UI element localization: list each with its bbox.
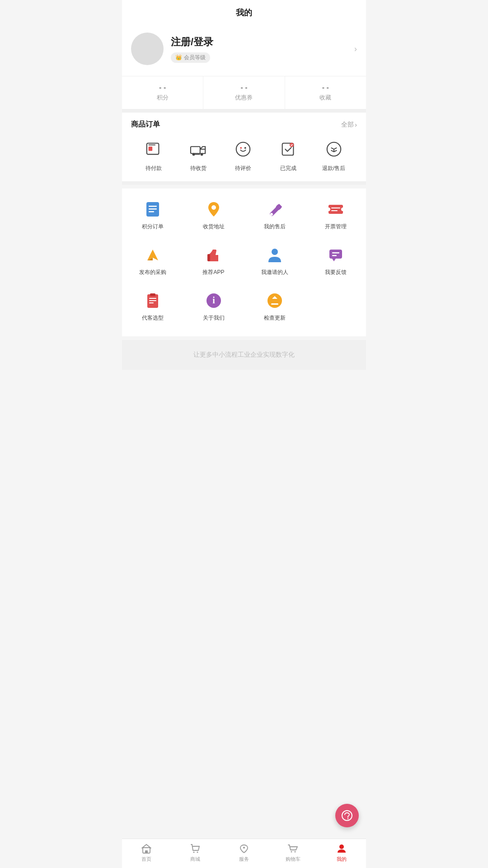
svg-rect-1: [148, 146, 152, 151]
svg-rect-35: [271, 303, 278, 305]
order-pending-review-label: 待评价: [235, 165, 251, 172]
service-feedback[interactable]: 我要反馈: [305, 238, 366, 283]
order-completed-label: 已完成: [280, 165, 296, 172]
service-recommend-label: 推荐APP: [202, 269, 224, 276]
footer-banner: 让更多中小流程工业企业实现数字化: [122, 340, 366, 370]
orders-header: 商品订单 全部 ›: [131, 113, 357, 135]
service-aftersale-label: 我的售后: [264, 223, 286, 231]
member-badge: 👑 会员等级: [171, 52, 210, 63]
stat-favorites-label: 收藏: [285, 94, 366, 102]
footer-banner-text: 让更多中小流程工业企业实现数字化: [193, 351, 295, 358]
divider-1: [122, 109, 366, 113]
service-empty: [305, 283, 366, 329]
profile-arrow-icon: ›: [354, 44, 357, 54]
order-refund-label: 退款/售后: [322, 165, 345, 172]
feedback-icon: [326, 245, 346, 265]
info-icon: i: [204, 291, 224, 311]
profile-section[interactable]: 注册/登录 👑 会员等级 ›: [122, 24, 366, 76]
send-icon: [143, 245, 163, 265]
page-title: 我的: [122, 0, 366, 24]
divider-2: [122, 181, 366, 185]
svg-point-7: [244, 147, 246, 149]
svg-rect-24: [329, 250, 342, 259]
service-points-order-label: 积分订单: [142, 223, 164, 231]
stat-points[interactable]: - - 积分: [122, 76, 203, 109]
svg-point-23: [272, 249, 278, 255]
service-update-label: 检查更新: [264, 314, 286, 322]
service-invoice-label: 开票管理: [325, 223, 347, 231]
stat-coupons-label: 优惠券: [203, 94, 284, 102]
order-refund[interactable]: 退款/售后: [322, 138, 345, 172]
svg-rect-20: [331, 208, 340, 208]
service-recommend[interactable]: 推荐APP: [183, 238, 244, 283]
service-selection-label: 代客选型: [142, 314, 164, 322]
order-icons-row: 待付款 待收货: [131, 135, 357, 181]
service-about-label: 关于我们: [203, 314, 225, 322]
crown-icon: 👑: [175, 54, 182, 61]
service-points-order[interactable]: 积分订单: [122, 192, 183, 238]
svg-point-18: [327, 208, 330, 211]
order-pending-review[interactable]: 待评价: [232, 138, 254, 172]
svg-rect-22: [207, 254, 210, 261]
service-update[interactable]: 检查更新: [244, 283, 305, 329]
svg-rect-21: [331, 210, 338, 211]
service-invite[interactable]: 我邀请的人: [244, 238, 305, 283]
svg-point-15: [211, 205, 216, 210]
svg-rect-28: [150, 293, 155, 296]
service-purchase[interactable]: 发布的采购: [122, 238, 183, 283]
person-icon: [265, 245, 285, 265]
order-pending-payment[interactable]: 待付款: [143, 138, 164, 172]
thumb-icon: [204, 245, 224, 265]
order-refund-icon: [323, 138, 345, 160]
order-completed-icon: [277, 138, 299, 160]
orders-section: 商品订单 全部 › 待付款: [122, 113, 366, 181]
svg-rect-26: [332, 255, 337, 256]
svg-rect-12: [149, 206, 157, 207]
service-invite-label: 我邀请的人: [261, 269, 288, 276]
svg-text:i: i: [212, 295, 215, 305]
stat-coupons[interactable]: - - 优惠券: [203, 76, 285, 109]
svg-point-19: [341, 208, 345, 211]
profile-info: 注册/登录 👑 会员等级: [171, 35, 347, 63]
services-row-3: 代客选型 i 关于我们: [122, 283, 366, 329]
orders-title: 商品订单: [131, 120, 160, 129]
svg-rect-30: [149, 300, 156, 301]
pending-payment-icon: [143, 138, 164, 160]
pending-delivery-icon: [188, 138, 209, 160]
svg-rect-31: [149, 302, 154, 303]
svg-point-16: [270, 213, 273, 216]
stat-favorites-value: - -: [285, 84, 366, 92]
avatar: [131, 33, 164, 65]
services-section: 积分订单 收货地址: [122, 189, 366, 336]
order-completed[interactable]: 已完成: [277, 138, 299, 172]
service-feedback-label: 我要反馈: [325, 269, 347, 276]
location-icon: [204, 199, 224, 219]
svg-rect-25: [332, 252, 339, 254]
stats-row: - - 积分 - - 优惠券 - - 收藏: [122, 76, 366, 109]
service-invoice[interactable]: 开票管理: [305, 192, 366, 238]
stat-coupons-value: - -: [203, 84, 284, 92]
svg-point-5: [236, 142, 250, 156]
order-pending-delivery[interactable]: 待收货: [188, 138, 209, 172]
stat-points-label: 积分: [122, 94, 203, 102]
svg-rect-29: [149, 298, 156, 299]
list-icon: [143, 199, 163, 219]
svg-point-4: [201, 153, 203, 156]
service-aftersale[interactable]: 我的售后: [244, 192, 305, 238]
services-row-2: 发布的采购 推荐APP: [122, 238, 366, 283]
ticket-icon: [326, 199, 346, 219]
service-about[interactable]: i 关于我们: [183, 283, 244, 329]
services-row-1: 积分订单 收货地址: [122, 192, 366, 238]
stat-favorites[interactable]: - - 收藏: [285, 76, 366, 109]
update-icon: [265, 291, 285, 311]
service-address[interactable]: 收货地址: [183, 192, 244, 238]
order-pending-delivery-label: 待收货: [190, 165, 206, 172]
profile-name: 注册/登录: [171, 35, 347, 49]
orders-all-link[interactable]: 全部 ›: [341, 121, 357, 129]
wrench-icon: [265, 199, 285, 219]
pending-review-icon: [232, 138, 254, 160]
svg-point-6: [240, 147, 242, 149]
service-purchase-label: 发布的采购: [139, 269, 166, 276]
service-selection[interactable]: 代客选型: [122, 283, 183, 329]
clipboard-icon: [143, 291, 163, 311]
